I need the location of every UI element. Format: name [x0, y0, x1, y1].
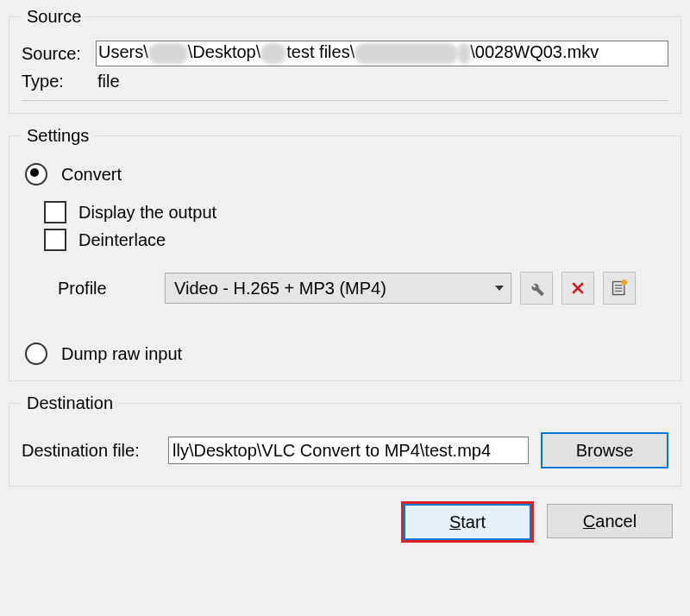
new-list-icon: [611, 280, 628, 297]
chevron-down-icon: [495, 286, 504, 291]
new-profile-button[interactable]: [603, 272, 636, 305]
destination-file-input[interactable]: lly\Desktop\VLC Convert to MP4\test.mp4: [168, 437, 529, 464]
type-value: file: [96, 72, 120, 91]
profile-label: Profile: [58, 279, 165, 299]
cancel-button[interactable]: Cancel: [547, 504, 673, 538]
display-output-row[interactable]: Display the output: [44, 201, 668, 223]
dump-radio[interactable]: [25, 343, 47, 365]
settings-legend: Settings: [22, 126, 94, 146]
deinterlace-row[interactable]: Deinterlace: [44, 229, 668, 251]
source-path-text: Users\\Desktop\test files\\0028WQ03.mkv: [97, 41, 600, 65]
source-type-row: Type: file: [22, 72, 668, 91]
settings-group: Settings Convert Display the output Dein…: [9, 126, 681, 381]
dump-label: Dump raw input: [61, 344, 182, 364]
source-legend: Source: [22, 7, 86, 27]
start-button[interactable]: Start: [404, 504, 531, 540]
dump-radio-row[interactable]: Dump raw input: [25, 343, 668, 365]
x-icon: [569, 280, 586, 297]
browse-button[interactable]: Browse: [541, 432, 668, 468]
destination-file-label: Destination file:: [22, 441, 168, 461]
wrench-icon: [528, 280, 545, 297]
type-label: Type:: [22, 72, 96, 91]
source-label: Source:: [22, 44, 96, 64]
dialog-button-row: Start Cancel: [9, 499, 681, 540]
profile-value: Video - H.265 + MP3 (MP4): [174, 279, 386, 299]
profile-row: Profile Video - H.265 + MP3 (MP4): [58, 272, 668, 305]
convert-radio[interactable]: [25, 163, 47, 185]
display-output-label: Display the output: [78, 203, 216, 223]
convert-radio-row[interactable]: Convert: [25, 163, 668, 185]
source-divider: [22, 100, 668, 101]
profile-combobox[interactable]: Video - H.265 + MP3 (MP4): [165, 273, 511, 304]
delete-profile-button[interactable]: [561, 272, 594, 305]
destination-legend: Destination: [22, 393, 118, 413]
source-path-row: Source: Users\\Desktop\test files\\0028W…: [22, 41, 668, 66]
svg-point-4: [622, 280, 628, 286]
destination-row: Destination file: lly\Desktop\VLC Conver…: [22, 432, 668, 468]
display-output-checkbox[interactable]: [44, 201, 66, 223]
deinterlace-checkbox[interactable]: [44, 229, 66, 251]
deinterlace-label: Deinterlace: [78, 230, 166, 250]
source-group: Source Source: Users\\Desktop\test files…: [9, 7, 681, 114]
destination-group: Destination Destination file: lly\Deskto…: [9, 393, 681, 487]
convert-label: Convert: [61, 165, 122, 185]
source-path-field[interactable]: Users\\Desktop\test files\\0028WQ03.mkv: [96, 41, 668, 66]
edit-profile-button[interactable]: [520, 272, 553, 305]
